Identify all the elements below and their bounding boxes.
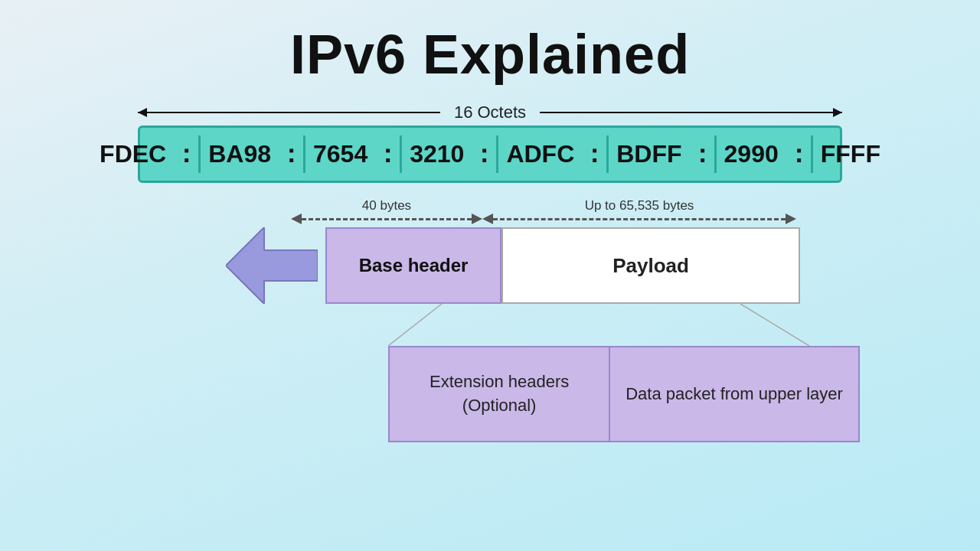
packet-section: 40 bytes Up to 65,535 bytes Base header — [0, 198, 980, 442]
payload-box: Payload — [501, 227, 800, 304]
addr-sep-4: ： — [472, 138, 496, 171]
size-labels-row: 40 bytes Up to 65,535 bytes — [291, 198, 827, 214]
dashed-line-left — [302, 218, 472, 220]
ipv6-address-bar: FDEC ： BA98 ： 7654 ： 3210 ： ADFC ： BDFF … — [138, 126, 842, 183]
data-packet-box: Data packet from upper layer — [610, 346, 860, 442]
addr-group-8: FFFF — [811, 135, 888, 173]
connector-line-left — [388, 304, 442, 346]
addr-group-2: BA98 — [198, 135, 279, 173]
addr-group-5: ADFC — [496, 135, 582, 173]
expansion-area: Extension headers(Optional) Data packet … — [166, 304, 860, 442]
dashed-arrowhead-right-end — [786, 214, 796, 224]
addr-group-4: 3210 — [400, 135, 472, 173]
octets-arrow-left — [138, 112, 440, 113]
addr-group-3: 7654 — [303, 135, 375, 173]
octets-section: 16 Octets FDEC ： BA98 ： 7654 ： 3210 ： AD… — [0, 103, 980, 183]
addr-group-6: BDFF — [606, 135, 689, 173]
base-header-box: Base header — [325, 227, 501, 304]
page-title: IPv6 Explained — [0, 0, 980, 86]
payload-label: Payload — [612, 254, 689, 278]
addr-sep-6: ： — [690, 138, 714, 171]
payload-size-label: Up to 65,535 bytes — [482, 198, 796, 214]
ext-headers-box: Extension headers(Optional) — [388, 346, 610, 442]
addr-sep-1: ： — [174, 138, 198, 171]
arrow-svg — [226, 227, 318, 304]
dashed-arrowhead-right-mid — [472, 214, 482, 224]
addr-sep-5: ： — [582, 138, 606, 171]
addr-sep-7: ： — [786, 138, 811, 171]
base-header-size-label: 40 bytes — [291, 198, 482, 214]
octets-arrow-right — [540, 112, 842, 113]
data-packet-label: Data packet from upper layer — [626, 384, 843, 404]
base-header-label: Base header — [359, 255, 469, 276]
packet-row: Base header Payload — [226, 227, 800, 304]
dashed-line-right — [493, 218, 786, 220]
addr-group-1: FDEC — [92, 135, 174, 173]
octets-arrow-row: 16 Octets — [138, 103, 842, 122]
addr-sep-2: ： — [279, 138, 303, 171]
addr-sep-3: ： — [375, 138, 400, 171]
connector-svg — [166, 304, 817, 346]
connector-line-right — [740, 304, 809, 346]
big-left-arrow — [226, 227, 318, 304]
dashed-arrows-row — [291, 214, 827, 224]
addr-group-7: 2990 — [714, 135, 786, 173]
dashed-arrow-right — [482, 214, 796, 224]
dashed-arrowhead-left — [291, 214, 302, 224]
dashed-arrow-left — [291, 214, 482, 224]
octets-label: 16 Octets — [440, 103, 540, 122]
ext-headers-label: Extension headers(Optional) — [430, 372, 569, 415]
svg-marker-0 — [226, 227, 318, 304]
lower-boxes: Extension headers(Optional) Data packet … — [388, 346, 860, 442]
dashed-arrowhead-left-2 — [482, 214, 493, 224]
